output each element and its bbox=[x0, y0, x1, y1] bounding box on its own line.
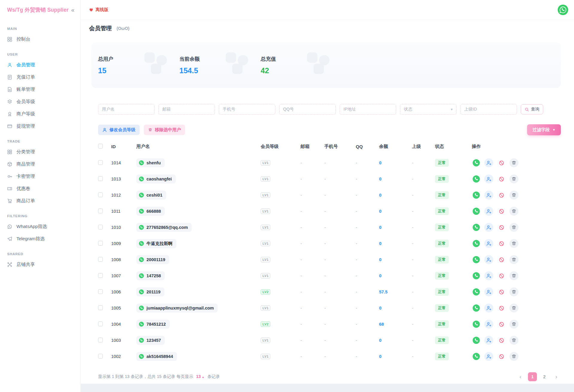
sidebar-item-dashboard[interactable]: 控制台 bbox=[0, 33, 80, 45]
filter-fields-button[interactable]: 过滤字段 ▼ bbox=[527, 124, 561, 135]
whatsapp-chat-button[interactable] bbox=[472, 174, 481, 183]
sidebar-item-recharge-orders[interactable]: 充值订单 bbox=[0, 71, 80, 83]
username-pill[interactable]: jumiaapplinuxmysql@gmail.com bbox=[136, 304, 218, 313]
sidebar-item-merchant-levels[interactable]: 商户等级 bbox=[0, 108, 80, 120]
username-pill[interactable]: caoshangfei bbox=[136, 174, 176, 183]
next-page-button[interactable]: › bbox=[552, 372, 561, 381]
ban-user-button[interactable] bbox=[497, 158, 506, 167]
filter-input-email[interactable]: 邮箱 bbox=[158, 104, 215, 115]
whatsapp-chat-button[interactable] bbox=[472, 239, 481, 248]
edit-user-button[interactable] bbox=[484, 174, 493, 183]
whatsapp-chat-button[interactable] bbox=[472, 271, 481, 280]
delete-user-button[interactable] bbox=[509, 158, 518, 167]
row-checkbox[interactable] bbox=[98, 273, 103, 278]
delete-user-button[interactable] bbox=[509, 223, 518, 232]
whatsapp-account-icon[interactable] bbox=[557, 4, 569, 16]
delete-user-button[interactable] bbox=[509, 320, 518, 329]
edit-user-button[interactable] bbox=[484, 271, 493, 280]
delete-user-button[interactable] bbox=[509, 271, 518, 280]
delete-user-button[interactable] bbox=[509, 239, 518, 248]
sidebar-item-member-levels[interactable]: 会员等级 bbox=[0, 96, 80, 108]
row-checkbox[interactable] bbox=[98, 289, 103, 294]
sidebar-item-shop-sharing[interactable]: 店铺共享 bbox=[0, 258, 80, 271]
username-pill[interactable]: 123457 bbox=[136, 336, 165, 345]
username-pill[interactable]: 666888 bbox=[136, 207, 165, 216]
ban-user-button[interactable] bbox=[497, 255, 506, 264]
row-checkbox[interactable] bbox=[98, 257, 103, 262]
delete-user-button[interactable] bbox=[509, 336, 518, 345]
delete-user-button[interactable] bbox=[509, 174, 518, 183]
row-checkbox[interactable] bbox=[98, 192, 103, 197]
edit-user-button[interactable] bbox=[484, 336, 493, 345]
edit-user-button[interactable] bbox=[484, 304, 493, 313]
sidebar-item-card-key-management[interactable]: 卡密管理 bbox=[0, 170, 80, 183]
username-pill[interactable]: shenfu bbox=[136, 158, 165, 167]
prev-page-button[interactable]: ‹ bbox=[516, 372, 525, 381]
whatsapp-chat-button[interactable] bbox=[472, 207, 481, 216]
delete-user-button[interactable] bbox=[509, 304, 518, 313]
remove-selected-button[interactable]: 移除选中用户 bbox=[144, 125, 185, 135]
edit-user-button[interactable] bbox=[484, 239, 493, 248]
whatsapp-chat-button[interactable] bbox=[472, 191, 481, 200]
search-button[interactable]: 查询 bbox=[521, 104, 543, 114]
ban-user-button[interactable] bbox=[497, 320, 506, 329]
edit-user-button[interactable] bbox=[484, 223, 493, 232]
row-checkbox[interactable] bbox=[98, 176, 103, 181]
delete-user-button[interactable] bbox=[509, 255, 518, 264]
username-pill[interactable]: ak516458944 bbox=[136, 352, 177, 361]
row-checkbox[interactable] bbox=[98, 305, 103, 310]
ban-user-button[interactable] bbox=[497, 287, 506, 296]
sidebar-item-product-management[interactable]: 商品管理 bbox=[0, 158, 80, 170]
ban-user-button[interactable] bbox=[497, 174, 506, 183]
row-checkbox[interactable] bbox=[98, 321, 103, 326]
filter-input-ip[interactable]: IP地址 bbox=[340, 104, 396, 115]
username-pill[interactable]: 牛逼克拉斯啊 bbox=[136, 239, 176, 248]
username-pill[interactable]: 78451212 bbox=[136, 320, 170, 329]
filter-input-phone[interactable]: 手机号 bbox=[219, 104, 275, 115]
row-checkbox[interactable] bbox=[98, 160, 103, 165]
edit-user-button[interactable] bbox=[484, 255, 493, 264]
row-checkbox[interactable] bbox=[98, 209, 103, 213]
username-pill[interactable]: 20001119 bbox=[136, 255, 169, 264]
row-checkbox[interactable] bbox=[98, 338, 103, 342]
delete-user-button[interactable] bbox=[509, 352, 518, 361]
edit-user-button[interactable] bbox=[484, 191, 493, 200]
ban-user-button[interactable] bbox=[497, 271, 506, 280]
whatsapp-chat-button[interactable] bbox=[472, 352, 481, 361]
edit-user-button[interactable] bbox=[484, 287, 493, 296]
username-pill[interactable]: ceshi01 bbox=[136, 191, 166, 200]
row-checkbox[interactable] bbox=[98, 354, 103, 359]
whatsapp-chat-button[interactable] bbox=[472, 223, 481, 232]
sidebar-item-telegram-filter[interactable]: Telegram筛选 bbox=[0, 233, 80, 245]
row-checkbox[interactable] bbox=[98, 241, 103, 246]
delete-user-button[interactable] bbox=[509, 191, 518, 200]
sidebar-item-member-management[interactable]: 会员管理 bbox=[0, 59, 80, 71]
edit-user-button[interactable] bbox=[484, 320, 493, 329]
page-size-dropdown[interactable]: 13 ▲ bbox=[196, 374, 204, 379]
edit-user-button[interactable] bbox=[484, 352, 493, 361]
ban-user-button[interactable] bbox=[497, 239, 506, 248]
username-pill[interactable]: 147258 bbox=[136, 271, 165, 280]
whatsapp-chat-button[interactable] bbox=[472, 158, 481, 167]
whatsapp-chat-button[interactable] bbox=[472, 304, 481, 313]
select-all-checkbox[interactable] bbox=[98, 144, 103, 148]
sidebar-item-category-management[interactable]: 分类管理 bbox=[0, 146, 80, 158]
page-button-2[interactable]: 2 bbox=[540, 372, 549, 381]
row-checkbox[interactable] bbox=[98, 225, 103, 229]
ban-user-button[interactable] bbox=[497, 304, 506, 313]
ban-user-button[interactable] bbox=[497, 191, 506, 200]
sidebar-item-billing-management[interactable]: 账单管理 bbox=[0, 83, 80, 96]
status-select[interactable]: 状态▾ bbox=[400, 104, 457, 115]
ban-user-button[interactable] bbox=[497, 223, 506, 232]
ban-user-button[interactable] bbox=[497, 336, 506, 345]
page-button-1[interactable]: 1 bbox=[528, 372, 537, 381]
filter-input-qq[interactable]: QQ号 bbox=[279, 104, 336, 115]
ban-user-button[interactable] bbox=[497, 207, 506, 216]
edit-user-button[interactable] bbox=[484, 158, 493, 167]
username-pill[interactable]: 277652865@qq.com bbox=[136, 223, 192, 232]
delete-user-button[interactable] bbox=[509, 287, 518, 296]
sidebar-item-whatsapp-filter[interactable]: WhatsApp筛选 bbox=[0, 220, 80, 233]
username-pill[interactable]: 201119 bbox=[136, 287, 164, 296]
filter-input-parent-id[interactable]: 上级ID bbox=[460, 104, 517, 115]
delete-user-button[interactable] bbox=[509, 207, 518, 216]
